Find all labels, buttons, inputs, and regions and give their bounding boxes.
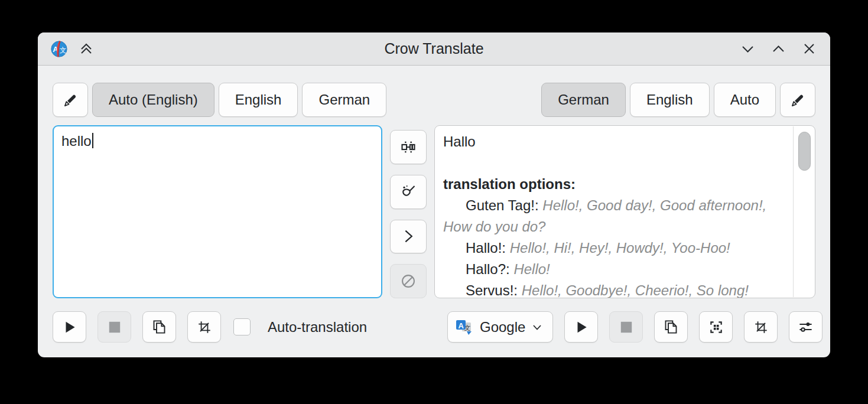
ocr-source-button[interactable] xyxy=(187,311,221,343)
scrollbar-thumb[interactable] xyxy=(798,132,811,171)
translation-option: Hallo!: Hello!, Hi!, Hey!, Howdy!, Yoo-H… xyxy=(443,237,788,259)
cancel-translation-button xyxy=(390,264,427,298)
copy-translation-button[interactable] xyxy=(654,311,688,343)
translation-output[interactable]: Hallo translation options: Guten Tag!: H… xyxy=(434,125,815,298)
keep-above-icon[interactable] xyxy=(78,41,95,57)
maximize-button[interactable] xyxy=(770,41,786,57)
window-title: Crow Translate xyxy=(38,40,830,57)
settings-button[interactable] xyxy=(789,311,823,343)
translation-text: Hallo xyxy=(443,131,788,152)
svg-text:A: A xyxy=(459,321,464,330)
source-lang-english-button[interactable]: English xyxy=(219,83,298,117)
stop-source-speech-button xyxy=(97,311,131,343)
minimize-button[interactable] xyxy=(739,41,756,57)
auto-translation-checkbox[interactable] xyxy=(233,318,251,335)
app-logo-icon[interactable]: A 文 xyxy=(51,41,67,57)
target-lang-german-button[interactable]: German xyxy=(541,83,626,117)
edit-target-languages-button[interactable] xyxy=(780,83,815,117)
stop-translation-speech-button xyxy=(609,311,643,343)
clear-text-button[interactable] xyxy=(390,175,427,209)
source-text-input[interactable]: hello xyxy=(53,125,382,298)
translation-options-header: translation options: xyxy=(443,174,788,195)
ocr-translate-button[interactable] xyxy=(744,311,778,343)
svg-text:文: 文 xyxy=(60,46,67,53)
show-translation-window-button[interactable] xyxy=(699,311,733,343)
chevron-down-icon xyxy=(531,321,543,333)
target-lang-auto-button[interactable]: Auto xyxy=(714,83,776,117)
source-lang-german-button[interactable]: German xyxy=(302,83,386,117)
scrollbar-track-separator xyxy=(793,126,794,297)
source-text: hello xyxy=(61,133,92,149)
titlebar[interactable]: A 文 Crow Translate xyxy=(38,32,830,66)
translation-option: Hallo?: Hello! xyxy=(443,259,788,280)
google-translate-icon: 文 A xyxy=(454,317,474,337)
translation-option: Servus!: Hello!, Goodbye!, Cheerio!, So … xyxy=(443,280,788,298)
swap-languages-button[interactable] xyxy=(390,130,427,164)
translation-option: Guten Tag!: Hello!, Good day!, Good afte… xyxy=(443,195,788,237)
target-lang-english-button[interactable]: English xyxy=(630,83,710,117)
engine-label: Google xyxy=(480,319,525,335)
speak-source-button[interactable] xyxy=(53,311,86,343)
auto-translation-label: Auto-translation xyxy=(268,319,367,335)
source-lang-auto-button[interactable]: Auto (English) xyxy=(92,83,214,117)
copy-source-button[interactable] xyxy=(142,311,176,343)
app-window: A 文 Crow Translate xyxy=(38,32,830,357)
edit-source-languages-button[interactable] xyxy=(53,83,88,117)
speak-translation-button[interactable] xyxy=(564,311,598,343)
copy-source-to-translation-button[interactable] xyxy=(390,220,427,254)
engine-selector-dropdown[interactable]: 文 A Google xyxy=(447,311,553,343)
text-cursor xyxy=(92,133,93,148)
close-button[interactable] xyxy=(801,41,817,57)
